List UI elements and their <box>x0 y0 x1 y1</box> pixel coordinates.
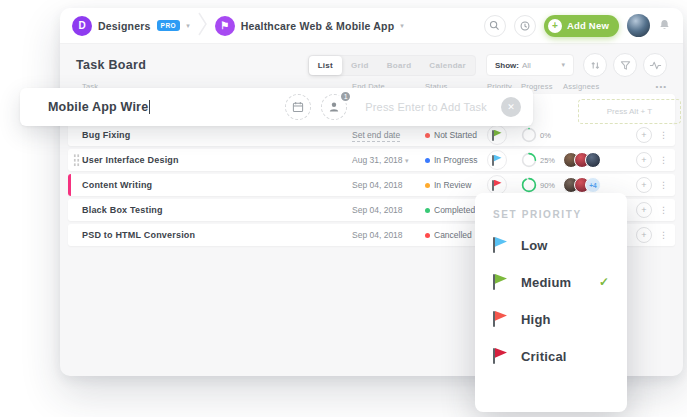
status-label: Cancelled <box>434 230 472 240</box>
status-dot <box>425 183 430 188</box>
status-cell[interactable]: Not Started <box>425 130 487 140</box>
add-task-bar[interactable]: Mobile App Wire 1 Press Enter to Add Tas… <box>20 88 533 126</box>
status-dot <box>425 158 430 163</box>
activity-button[interactable] <box>643 53 667 77</box>
progress-ring <box>521 177 537 193</box>
priority-cell[interactable] <box>487 150 521 170</box>
flag-icon <box>492 180 502 191</box>
row-menu-icon[interactable]: ⋮ <box>659 231 668 240</box>
row-menu-icon[interactable]: ⋮ <box>659 156 668 165</box>
tab-list[interactable]: List <box>309 56 342 75</box>
progress-cell[interactable]: 0% <box>521 127 563 143</box>
priority-option-low[interactable]: Low <box>493 233 609 257</box>
set-date-button[interactable] <box>285 94 311 120</box>
progress-cell[interactable]: 90% <box>521 177 563 193</box>
set-assignee-button[interactable]: 1 <box>321 94 347 120</box>
priority-option-medium[interactable]: Medium ✓ <box>493 270 609 294</box>
more-columns-icon[interactable]: ••• <box>630 82 675 91</box>
calendar-icon <box>292 101 304 113</box>
breadcrumb-separator <box>198 12 207 40</box>
add-task-options: 1 Press Enter to Add Task ✕ <box>285 94 521 120</box>
breadcrumb-team[interactable]: D Designers PRO ▾ <box>72 16 190 36</box>
task-title[interactable]: PSD to HTML Conversion <box>82 230 352 240</box>
assignee-count-badge: 1 <box>339 90 352 103</box>
filter-button[interactable] <box>613 53 637 77</box>
flag-icon <box>493 274 508 290</box>
add-new-button[interactable]: + Add New <box>544 15 619 37</box>
chevron-down-icon[interactable]: ▾ <box>186 22 190 30</box>
task-title[interactable]: Content Writing <box>82 180 352 190</box>
close-button[interactable]: ✕ <box>501 97 521 117</box>
status-label: Not Started <box>434 130 477 140</box>
table-row[interactable]: User Interface Design Aug 31, 2018 ▾ In … <box>68 149 675 171</box>
priority-option-critical[interactable]: Critical <box>493 344 609 368</box>
chevron-down-icon: ▾ <box>561 61 565 69</box>
add-assignee-button[interactable]: + <box>636 152 652 168</box>
row-menu-icon[interactable]: ⋮ <box>659 206 668 215</box>
flag-icon <box>493 348 508 364</box>
add-assignee-button[interactable]: + <box>636 177 652 193</box>
task-title[interactable]: User Interface Design <box>82 155 352 165</box>
add-task-placeholder: Press Enter to Add Task <box>365 101 487 113</box>
close-icon: ✕ <box>507 102 515 112</box>
more-assignees-badge[interactable]: +4 <box>585 177 601 193</box>
assignee-shortcut-hint[interactable]: Press Alt + T <box>578 99 681 124</box>
task-title[interactable]: Bug Fixing <box>82 130 352 140</box>
filter-icon <box>620 60 631 71</box>
search-icon <box>489 20 500 31</box>
status-dot <box>425 208 430 213</box>
row-actions: + ⋮ <box>630 227 675 243</box>
page: D Designers PRO ▾ ⚑ Healthcare Web & Mob… <box>0 0 687 417</box>
end-date-cell[interactable]: Set end date <box>352 130 425 140</box>
status-dot <box>425 233 430 238</box>
check-icon: ✓ <box>599 275 609 289</box>
team-avatar: D <box>72 16 92 36</box>
search-button[interactable] <box>484 15 506 37</box>
text-cursor <box>149 100 150 114</box>
row-menu-icon[interactable]: ⋮ <box>659 181 668 190</box>
table-row[interactable]: Bug Fixing Set end date Not Started 0% <box>68 124 675 146</box>
breadcrumb-project[interactable]: ⚑ Healthcare Web & Mobile App ▾ <box>215 16 404 36</box>
end-date-cell[interactable]: Sep 04, 2018 <box>352 180 425 190</box>
end-date-cell[interactable]: Aug 31, 2018 ▾ <box>352 155 425 165</box>
show-filter-label: Show: <box>495 61 519 70</box>
show-filter-value: All <box>522 61 531 70</box>
progress-ring <box>521 152 537 168</box>
add-assignee-button[interactable]: + <box>636 227 652 243</box>
flag-icon <box>492 155 502 166</box>
user-avatar[interactable] <box>627 14 650 37</box>
priority-cell[interactable] <box>487 125 521 145</box>
tab-board[interactable]: Board <box>378 56 421 75</box>
assignees-cell: +4 <box>563 177 630 193</box>
flag-icon <box>493 237 508 253</box>
status-cell[interactable]: In Review <box>425 180 487 190</box>
tab-grid[interactable]: Grid <box>342 56 378 75</box>
end-date-cell[interactable]: Sep 04, 2018 <box>352 205 425 215</box>
add-assignee-button[interactable]: + <box>636 202 652 218</box>
show-filter-dropdown[interactable]: Show: All ▾ <box>486 54 574 76</box>
activity-icon <box>649 60 662 71</box>
status-cell[interactable]: In Progress <box>425 155 487 165</box>
end-date-cell[interactable]: Sep 04, 2018 <box>352 230 425 240</box>
priority-cell[interactable] <box>487 175 521 195</box>
priority-option-high[interactable]: High <box>493 307 609 331</box>
tab-calendar[interactable]: Calendar <box>420 56 475 75</box>
drag-handle-icon[interactable] <box>73 154 80 167</box>
progress-cell[interactable]: 25% <box>521 152 563 168</box>
add-assignee-button[interactable]: + <box>636 127 652 143</box>
page-title: Task Board <box>76 58 146 72</box>
sort-button[interactable] <box>583 53 607 77</box>
col-assignees[interactable]: Assignees <box>563 82 630 91</box>
avatar[interactable] <box>585 152 601 168</box>
top-bar: D Designers PRO ▾ ⚑ Healthcare Web & Mob… <box>60 8 683 44</box>
row-actions: + ⋮ <box>630 177 675 193</box>
row-menu-icon[interactable]: ⋮ <box>659 131 668 140</box>
status-dot <box>425 133 430 138</box>
chevron-down-icon[interactable]: ▾ <box>400 22 404 30</box>
person-icon <box>328 101 340 113</box>
task-title[interactable]: Black Box Testing <box>82 205 352 215</box>
flag-icon <box>493 311 508 327</box>
add-task-input[interactable]: Mobile App Wire <box>48 100 148 114</box>
bell-icon[interactable] <box>658 19 671 32</box>
history-button[interactable] <box>514 15 536 37</box>
